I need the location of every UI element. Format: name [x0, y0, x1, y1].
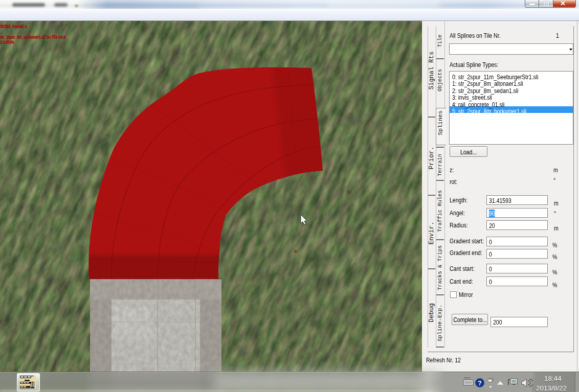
svg-text:?: ? — [478, 379, 482, 387]
